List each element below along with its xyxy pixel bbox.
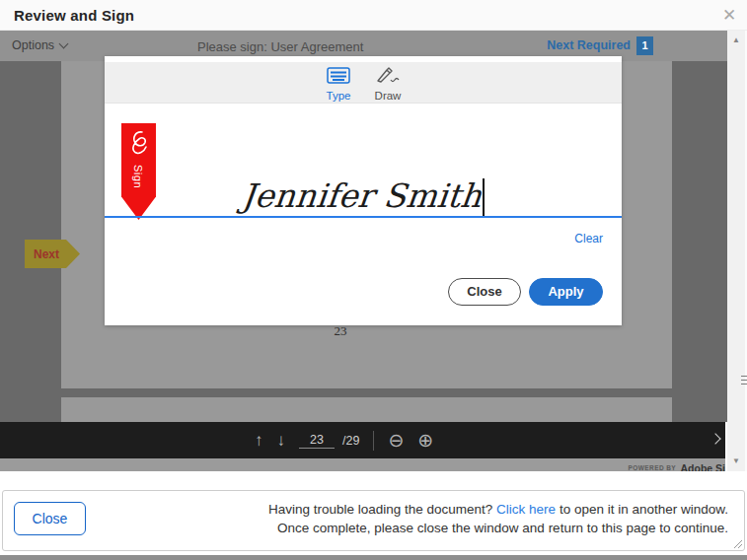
next-required-badge: 1: [636, 36, 653, 55]
pdf-toolbar: ↑ ↓ /29 ⊖ ⊕: [0, 422, 725, 458]
outer-scrollbar-thumb[interactable]: [741, 371, 747, 388]
chevron-right-icon[interactable]: [710, 433, 720, 444]
signature-baseline: [105, 216, 622, 218]
clear-link[interactable]: Clear: [574, 232, 603, 245]
next-field-tag-label: Next: [25, 247, 59, 261]
signature-dialog: Type Draw Sign Jennifer Smith Clear C: [105, 56, 622, 325]
next-required-label: Next Required: [547, 38, 631, 52]
please-sign-text: Please sign: User Agreement: [197, 39, 363, 54]
window-title-bar: Review and Sign ✕: [0, 0, 747, 31]
resize-grip-icon[interactable]: [733, 539, 742, 548]
pdf-controls: ↑ ↓ /29 ⊖ ⊕: [255, 422, 433, 458]
zoom-in-button[interactable]: ⊕: [417, 431, 433, 450]
footer-panel: Close Having trouble loading the documen…: [2, 490, 745, 551]
footer-help-text: Having trouble loading the document? Cli…: [268, 500, 728, 537]
next-required-button[interactable]: Next Required 1: [547, 38, 631, 52]
footer-line1-after: to open it in another window.: [556, 502, 728, 517]
tab-draw-label: Draw: [375, 90, 402, 102]
signature-pad: Sign Jennifer Smith Clear Close Apply: [105, 104, 622, 319]
powered-by-bar: POWERED BY Adobe Si: [0, 458, 725, 471]
adobe-brand-label: Adobe Si: [680, 462, 725, 471]
page-total-label: /29: [342, 434, 359, 448]
options-menu[interactable]: Options: [12, 38, 67, 52]
dialog-close-button[interactable]: Close: [448, 278, 521, 306]
page-number-label: 23: [326, 323, 355, 339]
page-up-button[interactable]: ↑: [255, 432, 263, 449]
scroll-up-arrow-icon[interactable]: ▲: [727, 33, 745, 48]
dialog-apply-button[interactable]: Apply: [529, 278, 603, 306]
powered-by-label: POWERED BY: [629, 464, 676, 471]
pen-icon: [375, 67, 401, 88]
adobe-acrobat-logo-icon: [126, 129, 152, 157]
close-icon[interactable]: ✕: [719, 6, 739, 26]
keyboard-icon: [327, 67, 350, 88]
signature-input-area[interactable]: Jennifer Smith: [105, 161, 622, 216]
tab-type-label: Type: [327, 90, 351, 102]
typed-signature: Jennifer Smith: [240, 179, 484, 216]
window-bottom-edge: [0, 555, 747, 560]
signature-tabs: Type Draw: [105, 56, 622, 104]
page-title: Review and Sign: [0, 7, 134, 24]
zoom-out-button[interactable]: ⊖: [388, 431, 404, 450]
footer-line2: Once complete, please close the window a…: [277, 521, 728, 535]
click-here-link[interactable]: Click here: [496, 502, 556, 517]
chevron-down-icon: [59, 38, 69, 48]
footer-line1-before: Having trouble loading the document?: [268, 502, 496, 517]
tab-draw[interactable]: Draw: [371, 62, 405, 103]
text-caret: [483, 178, 485, 216]
footer-close-button[interactable]: Close: [14, 502, 86, 535]
page-number-input[interactable]: [299, 433, 335, 449]
tab-type[interactable]: Type: [322, 62, 355, 103]
vertical-scrollbar[interactable]: ▲ ▼: [727, 31, 745, 471]
page-down-button[interactable]: ↓: [277, 432, 286, 449]
options-label: Options: [12, 38, 54, 52]
toolbar-divider: [373, 431, 374, 451]
document-page-2: [61, 397, 672, 422]
scroll-down-arrow-icon[interactable]: ▼: [727, 454, 745, 469]
